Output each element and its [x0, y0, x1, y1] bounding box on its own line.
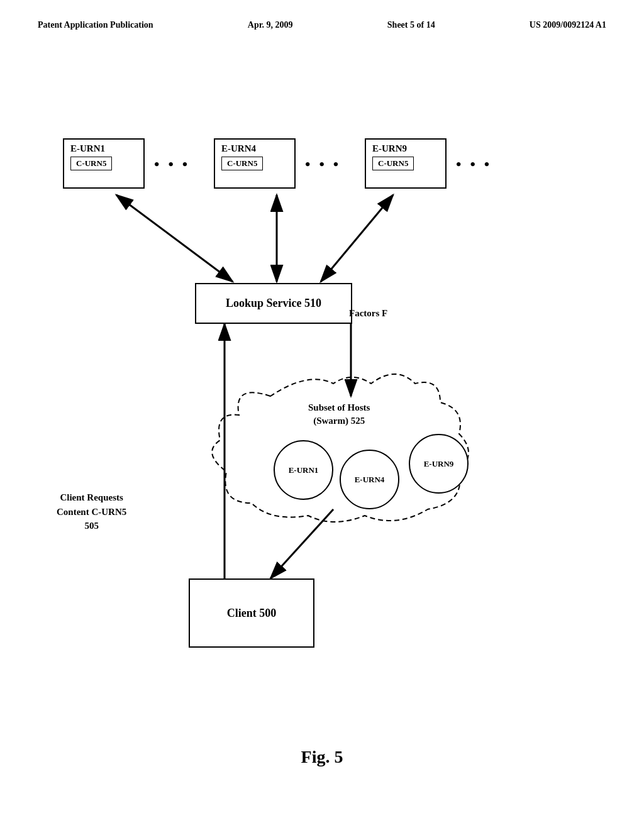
urn-box-9: E-URN9 C-URN5	[365, 138, 447, 189]
client-label: Client 500	[227, 607, 277, 620]
urn-box-1: E-URN1 C-URN5	[63, 138, 145, 189]
svg-line-2	[116, 195, 233, 282]
urn-box-4: E-URN4 C-URN5	[214, 138, 296, 189]
swarm-urn1-label: E-URN1	[289, 465, 319, 475]
dots-2: • • •	[305, 156, 341, 173]
urn9-top-label: E-URN9	[372, 143, 407, 154]
swarm-urn9-label: E-URN9	[424, 459, 454, 469]
dots-3: • • •	[456, 156, 492, 173]
urn4-top-label: E-URN4	[221, 143, 256, 154]
urn4-inner-label: C-URN5	[221, 157, 263, 170]
header-date: Apr. 9, 2009	[248, 20, 293, 30]
swarm-circle-urn4: E-URN4	[340, 450, 399, 509]
svg-line-4	[321, 195, 393, 282]
factors-f-label: Factors F	[349, 308, 387, 319]
client-requests-label: Client RequestsContent C-URN5505	[57, 490, 126, 533]
swarm-urn4-label: E-URN4	[355, 475, 385, 485]
page-header: Patent Application Publication Apr. 9, 2…	[0, 0, 644, 30]
lookup-service-box: Lookup Service 510	[195, 283, 352, 324]
urn1-inner-label: C-URN5	[70, 157, 112, 170]
header-sheet: Sheet 5 of 14	[387, 20, 435, 30]
header-left: Patent Application Publication	[38, 20, 153, 30]
svg-line-8	[270, 509, 333, 578]
client-box: Client 500	[189, 578, 314, 648]
swarm-circle-urn9: E-URN9	[409, 434, 469, 494]
urn9-inner-label: C-URN5	[372, 157, 414, 170]
header-patent: US 2009/0092124 A1	[530, 20, 606, 30]
figure-caption: Fig. 5	[301, 747, 343, 767]
subset-hosts-label: Subset of Hosts(Swarm) 525	[308, 401, 370, 428]
lookup-service-label: Lookup Service 510	[226, 297, 321, 310]
diagram: E-URN1 C-URN5 E-URN4 C-URN5 E-URN9 C-URN…	[0, 63, 644, 786]
dots-1: • • •	[154, 156, 190, 173]
urn1-top-label: E-URN1	[70, 143, 105, 154]
swarm-circle-urn1: E-URN1	[274, 440, 333, 500]
